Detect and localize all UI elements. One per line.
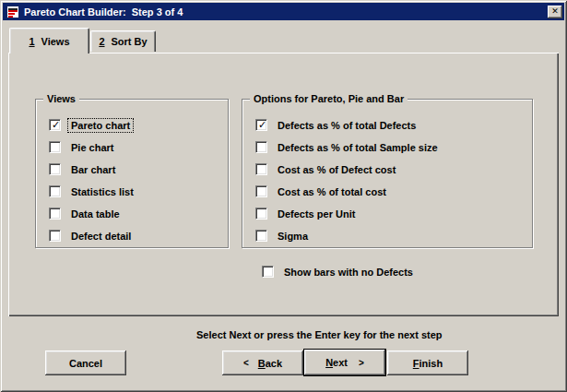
- defects-pct-sample-size-label[interactable]: Defects as % of total Sample size: [275, 141, 441, 154]
- instruction-text: Select Next or press the Enter key for t…: [196, 329, 443, 340]
- back-arrow-icon: <: [243, 358, 249, 368]
- pareto-chart-icon: [6, 6, 19, 18]
- pareto-chart-label[interactable]: Pareto chart: [68, 119, 133, 132]
- checkmark-icon: [257, 163, 267, 175]
- tab-views[interactable]: 1 Views: [9, 28, 89, 53]
- checkmark-icon: [51, 208, 61, 220]
- checkmark-icon: [257, 230, 267, 242]
- close-icon[interactable]: ✕: [548, 6, 562, 18]
- checkbox-row-cost-pct-total-cost: Cost as % of total cost: [255, 185, 525, 197]
- show-bars-checkbox[interactable]: [262, 266, 274, 278]
- checkbox-row-bar-chart: Bar chart: [49, 163, 220, 175]
- tab-page-views: Views ✓ Pareto chart Pie chart Bar chart…: [8, 53, 559, 316]
- checkbox-row-data-table: Data table: [49, 208, 220, 220]
- pie-chart-label[interactable]: Pie chart: [68, 141, 116, 154]
- checkmark-icon: [51, 163, 61, 175]
- defects-pct-total-defects-checkbox[interactable]: ✓: [255, 119, 267, 131]
- checkmark-icon: [264, 266, 274, 278]
- sigma-label[interactable]: Sigma: [275, 230, 311, 243]
- defects-per-unit-checkbox[interactable]: [255, 208, 267, 220]
- checkmark-icon: ✓: [51, 119, 61, 131]
- checkbox-row-pie-chart: Pie chart: [49, 141, 220, 153]
- checkbox-row-defects-pct-sample-size: Defects as % of total Sample size: [255, 141, 525, 153]
- statistics-list-checkbox[interactable]: [49, 185, 61, 197]
- cost-pct-defect-cost-checkbox[interactable]: [255, 163, 267, 175]
- cancel-button[interactable]: Cancel: [45, 350, 126, 375]
- defects-pct-sample-size-checkbox[interactable]: [255, 141, 267, 153]
- tab-sort-by[interactable]: 2 Sort By: [90, 30, 156, 52]
- defect-detail-label[interactable]: Defect detail: [68, 230, 134, 243]
- cost-pct-total-cost-checkbox[interactable]: [255, 185, 267, 197]
- window-title: Pareto Chart Builder: Step 3 of 4: [22, 6, 548, 18]
- bar-chart-label[interactable]: Bar chart: [68, 163, 118, 176]
- pareto-chart-checkbox[interactable]: ✓: [49, 119, 61, 131]
- checkbox-row-cost-pct-defect-cost: Cost as % of Defect cost: [255, 163, 525, 175]
- checkbox-row-pareto-chart: ✓ Pareto chart: [49, 119, 220, 131]
- checkbox-row-defect-detail: Defect detail: [49, 230, 220, 242]
- next-arrow-icon: >: [359, 358, 364, 368]
- tab-sort-by-label: Sort By: [112, 36, 148, 47]
- tab-views-label: Views: [41, 36, 70, 47]
- show-bars-label[interactable]: Show bars with no Defects: [281, 266, 416, 279]
- bar-chart-checkbox[interactable]: [49, 163, 61, 175]
- defect-detail-checkbox[interactable]: [49, 230, 61, 242]
- checkmark-icon: [51, 230, 61, 242]
- checkmark-icon: [51, 185, 61, 197]
- options-group-title: Options for Pareto, Pie and Bar: [250, 92, 408, 105]
- checkmark-icon: [257, 185, 267, 197]
- checkbox-row-defects-per-unit: Defects per Unit: [255, 208, 525, 220]
- tab-views-number: 1: [29, 36, 34, 47]
- data-table-checkbox[interactable]: [49, 208, 61, 220]
- checkmark-icon: [51, 141, 61, 153]
- views-group-title: Views: [43, 92, 79, 105]
- checkbox-row-show-bars: Show bars with no Defects: [262, 266, 416, 278]
- checkmark-icon: [257, 141, 267, 153]
- cost-pct-total-cost-label[interactable]: Cost as % of total cost: [275, 185, 389, 198]
- views-groupbox: Views ✓ Pareto chart Pie chart Bar chart…: [35, 99, 229, 248]
- sigma-checkbox[interactable]: [255, 230, 267, 242]
- checkmark-icon: [257, 208, 267, 220]
- options-groupbox: Options for Pareto, Pie and Bar ✓ Defect…: [242, 99, 533, 248]
- dialog-window: Pareto Chart Builder: Step 3 of 4 ✕ 1 Vi…: [0, 0, 567, 392]
- back-button[interactable]: <Back: [222, 350, 303, 375]
- data-table-label[interactable]: Data table: [68, 208, 123, 220]
- pie-chart-checkbox[interactable]: [49, 141, 61, 153]
- statistics-list-label[interactable]: Statistics list: [68, 185, 136, 198]
- checkbox-row-statistics-list: Statistics list: [49, 185, 220, 197]
- cost-pct-defect-cost-label[interactable]: Cost as % of Defect cost: [275, 163, 398, 176]
- checkbox-row-defects-pct-total-defects: ✓ Defects as % of total Defects: [255, 119, 525, 131]
- title-bar[interactable]: Pareto Chart Builder: Step 3 of 4 ✕: [3, 3, 564, 20]
- defects-per-unit-label[interactable]: Defects per Unit: [275, 208, 358, 220]
- checkmark-icon: ✓: [257, 119, 267, 131]
- finish-button[interactable]: Finish: [387, 350, 468, 375]
- checkbox-row-sigma: Sigma: [255, 230, 525, 242]
- tab-sort-by-number: 2: [99, 36, 104, 47]
- next-button[interactable]: Next>: [303, 349, 386, 376]
- defects-pct-total-defects-label[interactable]: Defects as % of total Defects: [275, 119, 419, 132]
